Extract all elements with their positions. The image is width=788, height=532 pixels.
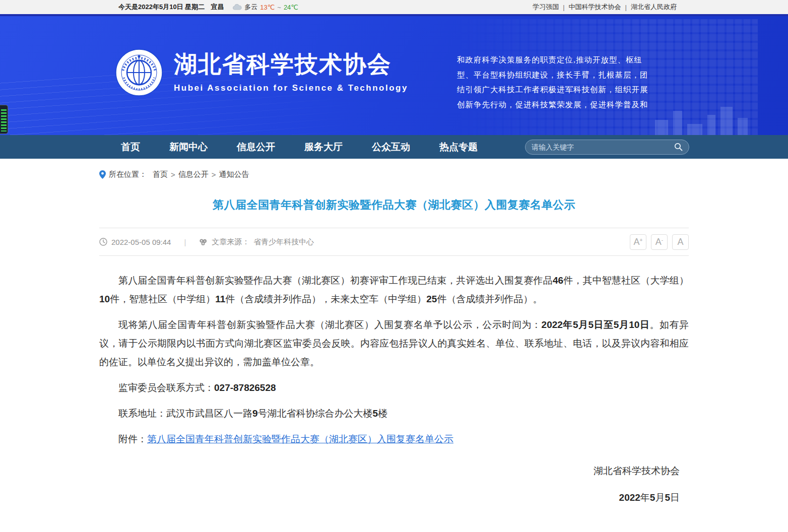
article-paragraph-2: 现将第八届全国青年科普创新实验暨作品大赛（湖北赛区）入围复赛名单予以公示，公示时… — [99, 315, 689, 371]
header-intro-line: 创新争先行动，促进科技繁荣发展，促进科学普及和 — [457, 97, 705, 112]
bold-text: 5 — [665, 492, 670, 503]
temp-high: 24℃ — [284, 4, 298, 11]
text-segment: 件，智慧社区（中学组） — [110, 294, 215, 304]
side-widget-stripes — [1, 109, 7, 131]
text-segment: 件（含成绩并列作品），未来太空车（中学组） — [225, 294, 426, 304]
text-segment: 湖北省科学技术协会 — [594, 466, 680, 476]
bold-text: 027-87826528 — [214, 382, 276, 393]
bold-text: 2022年5月5日至5月10日 — [542, 319, 650, 330]
article-paragraph-attachment: 附件：第八届全国青年科普创新实验暨作品大赛（湖北赛区）入围复赛名单公示 — [99, 430, 689, 448]
cloud-icon — [233, 4, 242, 10]
org-name-en: Hubei Association for Science & Technolo… — [174, 83, 408, 93]
breadcrumb-label: 所在位置： — [109, 170, 147, 179]
bold-text: 11 — [215, 294, 225, 304]
topbar-links: 学习强国|中国科学技术协会|湖北省人民政府 — [533, 3, 677, 12]
bold-text: 25 — [426, 294, 437, 304]
breadcrumb-link[interactable]: 通知公告 — [219, 170, 249, 179]
source-name: 省青少年科技中心 — [253, 237, 314, 247]
text-segment: 现将第八届全国青年科普创新实验暨作品大赛（湖北赛区）入围复赛名单予以公示，公示时… — [118, 319, 542, 330]
breadcrumb-separator: > — [171, 170, 175, 179]
accessibility-side-widget[interactable] — [0, 105, 8, 134]
breadcrumb-separator: > — [212, 170, 216, 179]
bold-text: 10 — [99, 294, 110, 304]
search-input[interactable] — [532, 143, 674, 151]
text-segment: 月 — [655, 492, 665, 503]
nav-item-新闻中心[interactable]: 新闻中心 — [169, 141, 208, 154]
header-intro-line: 和政府科学决策服务的职责定位,推动开放型、枢纽 — [457, 52, 705, 68]
bold-text: 9 — [252, 408, 258, 419]
weather-info: 多云 13℃ ~ 24℃ — [233, 3, 298, 12]
text-segment: 号湖北省科协综合办公大楼 — [258, 408, 373, 419]
site-header: 湖北省科学技术协会 Hubei Association for Science … — [0, 14, 788, 135]
source-label: 文章来源： — [212, 237, 249, 247]
font-size-buttons: A+A-A — [630, 234, 689, 250]
topbar-link[interactable]: 中国科学技术协会 — [569, 3, 621, 12]
font-size-button-reset[interactable]: A — [672, 234, 689, 250]
breadcrumb-link[interactable]: 首页 — [153, 170, 168, 179]
hast-logo[interactable] — [115, 48, 163, 99]
article-body: 第八届全国青年科普创新实验暨作品大赛（湖北赛区）初赛评审工作现已结束，共评选出入… — [99, 256, 689, 507]
publish-date: 2022-05-05 09:44 — [111, 238, 171, 246]
breadcrumb-items: 首页>信息公开>通知公告 — [150, 170, 252, 179]
search-icon — [674, 143, 683, 151]
content-container: 所在位置： 首页>信息公开>通知公告 第八届全国青年科普创新实验暨作品大赛（湖北… — [99, 170, 689, 507]
source-icon — [199, 238, 208, 246]
header-intro-line: 结引领广大科技工作者积极进军科技创新，组织开展 — [457, 82, 705, 97]
top-bar: 今天是2022年5月10日 星期二 宜昌 多云 13℃ ~ 24℃ 学习强国|中… — [0, 0, 788, 14]
search-box[interactable] — [525, 140, 689, 155]
topbar-link[interactable]: 学习强国 — [533, 3, 559, 12]
breadcrumb: 所在位置： 首页>信息公开>通知公告 — [99, 170, 689, 179]
topbar-link[interactable]: 湖北省人民政府 — [631, 3, 677, 12]
bold-text: 2022 — [619, 492, 640, 503]
header-intro-line: 型、平台型科协组织建设，接长手臂，扎根基层，团 — [457, 68, 705, 83]
weather-condition: 多云 — [244, 3, 257, 12]
header-top-line — [0, 14, 788, 16]
temp-low: 13℃ — [260, 4, 275, 11]
nav-item-公众互动[interactable]: 公众互动 — [372, 141, 410, 154]
text-segment: 楼 — [378, 408, 387, 419]
text-segment: 年 — [640, 492, 650, 503]
text-segment: 联系地址：武汉市武昌区八一路 — [118, 408, 252, 419]
text-segment: 件（含成绩并列作品）。 — [437, 294, 542, 304]
text-segment: 日 — [670, 492, 680, 503]
article-title: 第八届全国青年科普创新实验暨作品大赛（湖北赛区）入围复赛名单公示 — [99, 197, 689, 213]
today-date: 今天是2022年5月10日 星期二 — [118, 3, 205, 12]
temp-separator: ~ — [277, 4, 281, 11]
nav-item-信息公开[interactable]: 信息公开 — [237, 141, 275, 154]
nav-item-服务大厅[interactable]: 服务大厅 — [304, 141, 343, 154]
font-size-button--[interactable]: A- — [651, 234, 668, 250]
article-signature-date: 2022年5月5日 — [99, 488, 689, 507]
text-segment: 第八届全国青年科普创新实验暨作品大赛（湖北赛区）初赛评审工作现已结束，共评选出入… — [118, 275, 553, 286]
bold-text: 46 — [553, 275, 563, 286]
text-segment: 监审委员会联系方式： — [118, 382, 214, 393]
article-paragraph-1: 第八届全国青年科普创新实验暨作品大赛（湖北赛区）初赛评审工作现已结束，共评选出入… — [99, 271, 689, 308]
main-navigation: 首页新闻中心信息公开服务大厅公众互动热点专题 — [0, 135, 788, 159]
nav-item-首页[interactable]: 首页 — [121, 141, 140, 154]
meta-separator: | — [184, 238, 186, 246]
header-intro: 和政府科学决策服务的职责定位,推动开放型、枢纽型、平台型科协组织建设，接长手臂，… — [457, 52, 705, 112]
org-name-cn: 湖北省科学技术协会 — [174, 51, 408, 77]
location-pin-icon — [99, 170, 106, 179]
breadcrumb-link[interactable]: 信息公开 — [178, 170, 209, 179]
nav-menu: 首页新闻中心信息公开服务大厅公众互动热点专题 — [121, 141, 478, 154]
city-name[interactable]: 宜昌 — [211, 3, 224, 12]
article-paragraph-address: 联系地址：武汉市武昌区八一路9号湖北省科协综合办公大楼5楼 — [99, 404, 689, 423]
text-segment: 件，其中智慧社区（大学组） — [563, 275, 689, 286]
font-size-button-+[interactable]: A+ — [630, 234, 646, 250]
bold-text: 5 — [373, 408, 378, 419]
attachment-link[interactable]: 第八届全国青年科普创新实验暨作品大赛（湖北赛区）入围复赛名单公示 — [147, 434, 453, 444]
topbar-link-separator: | — [563, 4, 564, 11]
nav-item-热点专题[interactable]: 热点专题 — [439, 141, 478, 154]
article-signature: 湖北省科学技术协会 — [99, 461, 689, 480]
article-meta-row: 2022-05-05 09:44 | 文章来源： 省青少年科技中心 A+A-A — [99, 228, 689, 256]
site-brand[interactable]: 湖北省科学技术协会 Hubei Association for Science … — [174, 51, 408, 93]
article-paragraph-contact: 监审委员会联系方式：027-87826528 — [99, 378, 689, 397]
clock-icon — [99, 238, 107, 246]
text-segment: 附件： — [118, 434, 147, 444]
publish-info: 2022-05-05 09:44 | 文章来源： 省青少年科技中心 — [99, 237, 314, 247]
search-button[interactable] — [674, 143, 683, 151]
topbar-link-separator: | — [625, 4, 627, 11]
topbar-date-weather: 今天是2022年5月10日 星期二 宜昌 多云 13℃ ~ 24℃ — [118, 3, 298, 12]
bold-text: 5 — [650, 492, 655, 503]
